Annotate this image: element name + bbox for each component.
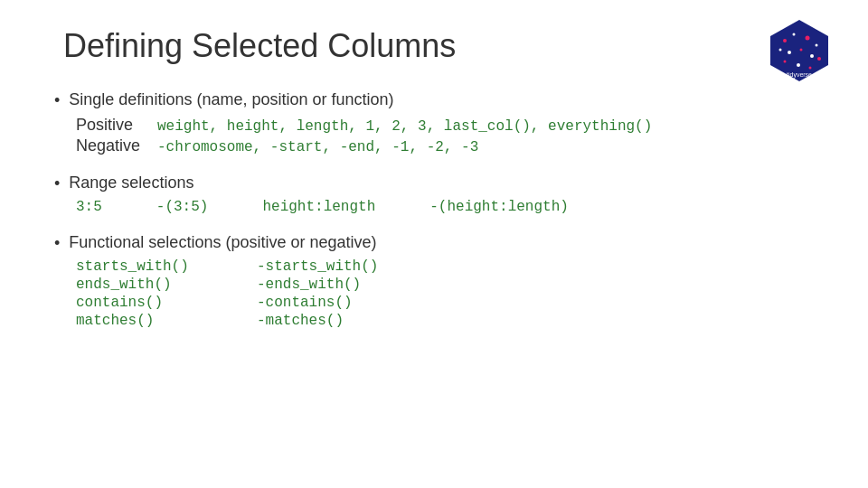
section-range: • Range selections 3:5 -(3:5) height:len…: [54, 174, 814, 215]
func-item-3: -ends_with(): [257, 277, 438, 293]
svg-point-10: [809, 67, 812, 70]
svg-text:tidyverse: tidyverse: [787, 71, 812, 79]
bullet-text-3: Functional selections (positive or negat…: [69, 233, 376, 252]
svg-point-12: [779, 49, 782, 52]
negative-label: Negative: [76, 136, 157, 155]
positive-code: weight, height, length, 1, 2, 3, last_co…: [157, 118, 652, 135]
slide-content: • Single definitions (name, position or …: [54, 90, 814, 329]
svg-point-11: [817, 57, 821, 61]
bullet-dot-3: •: [54, 234, 60, 253]
bullet-functional: • Functional selections (positive or neg…: [54, 233, 814, 253]
svg-point-6: [800, 49, 803, 52]
bullet-dot-2: •: [54, 174, 60, 193]
func-item-0: starts_with(): [76, 258, 257, 275]
range-items-row: 3:5 -(3:5) height:length -(height:length…: [76, 199, 814, 215]
svg-point-2: [793, 33, 796, 36]
svg-point-9: [797, 63, 800, 67]
svg-point-4: [816, 44, 818, 47]
func-item-2: ends_with(): [76, 277, 257, 293]
negative-row: Negative -chromosome, -start, -end, -1, …: [76, 136, 814, 155]
svg-point-1: [783, 39, 787, 42]
range-item-1: -(3:5): [156, 199, 209, 215]
positive-label: Positive: [76, 116, 157, 135]
func-item-4: contains(): [76, 295, 257, 311]
slide: tidyverse Defining Selected Columns • Si…: [0, 0, 868, 488]
single-defs-grid: Positive weight, height, length, 1, 2, 3…: [76, 116, 814, 155]
range-item-0: 3:5: [76, 199, 102, 215]
bullet-single: • Single definitions (name, position or …: [54, 90, 814, 110]
svg-point-7: [810, 54, 814, 58]
func-item-6: matches(): [76, 313, 257, 329]
section-single: • Single definitions (name, position or …: [54, 90, 814, 155]
range-item-2: height:length: [262, 199, 375, 215]
func-items-grid: starts_with() -starts_with() ends_with()…: [76, 258, 814, 329]
section-functional: • Functional selections (positive or neg…: [54, 233, 814, 329]
func-item-7: -matches(): [257, 313, 438, 329]
negative-code: -chromosome, -start, -end, -1, -2, -3: [157, 139, 478, 155]
range-item-3: -(height:length): [429, 199, 569, 215]
svg-point-5: [788, 51, 791, 54]
func-item-5: -contains(): [257, 295, 438, 311]
svg-point-3: [806, 36, 810, 41]
bullet-text-2: Range selections: [69, 174, 193, 192]
positive-row: Positive weight, height, length, 1, 2, 3…: [76, 116, 814, 135]
svg-point-8: [784, 61, 787, 63]
bullet-text-1: Single definitions (name, position or fu…: [69, 90, 393, 109]
tidyverse-logo: tidyverse: [767, 18, 832, 83]
bullet-dot-1: •: [54, 91, 60, 110]
slide-title: Defining Selected Columns: [63, 27, 814, 65]
func-item-1: -starts_with(): [257, 258, 438, 275]
bullet-range: • Range selections: [54, 174, 814, 193]
